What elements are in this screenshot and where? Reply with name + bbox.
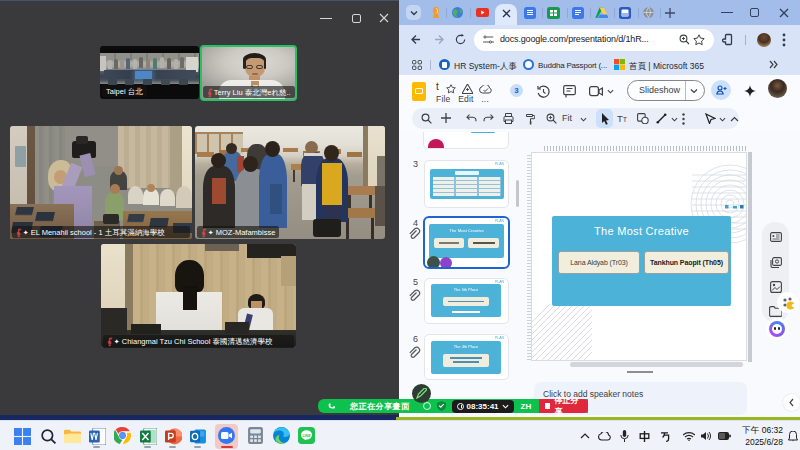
svg-text:LINE: LINE bbox=[302, 434, 311, 438]
